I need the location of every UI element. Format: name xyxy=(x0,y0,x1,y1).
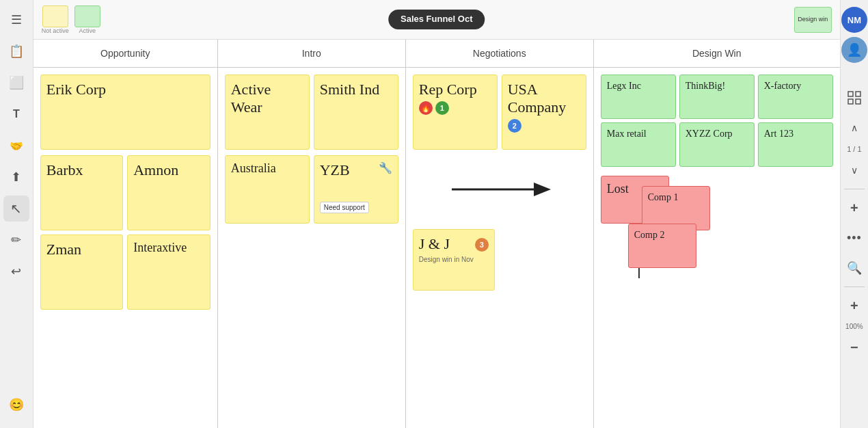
neg-top-row: Rep Corp 🔥 1 USA Company 2 xyxy=(413,75,586,150)
sticky-text-x-factory: X-factory xyxy=(764,81,827,92)
legend-active-label: Active xyxy=(79,27,96,34)
sticky-text-smith-ind: Smith Ind xyxy=(320,81,392,98)
sticky-text-zman: Zman xyxy=(46,241,118,258)
sticky-interaxtive[interactable]: Interaxtive xyxy=(127,235,211,310)
badge-blue-2: 2 xyxy=(508,119,521,133)
arrow-svg xyxy=(445,169,554,210)
lost-section: Lost Comp 1 Comp 2 xyxy=(601,176,833,278)
sticky-amnon[interactable]: Amnon xyxy=(127,155,211,230)
top-bar: Not active Active Sales Funnel Oct Desig… xyxy=(33,0,840,40)
badge-green-1: 1 xyxy=(435,101,449,115)
zoom-in-button[interactable]: + xyxy=(841,293,867,319)
avatar-nm[interactable]: NM xyxy=(841,7,867,33)
sticky-text-barbx: Barbx xyxy=(46,161,118,179)
intro-top-row: Active Wear Smith Ind xyxy=(225,75,398,150)
text-icon[interactable]: T xyxy=(3,101,29,127)
notes-icon[interactable]: 📋 xyxy=(3,38,29,64)
sticky-erik-corp[interactable]: Erik Corp xyxy=(40,75,211,150)
arrow-area xyxy=(413,155,586,224)
sticky-yzb[interactable]: YZB 🔧 Need support xyxy=(314,155,398,224)
sticky-text-interaxtive: Interaxtive xyxy=(133,241,204,256)
legend-active: Active xyxy=(74,5,100,34)
sticky-text-legx-inc: Legx Inc xyxy=(607,81,670,92)
sticky-text-active-wear: Active Wear xyxy=(231,81,303,116)
svg-rect-3 xyxy=(856,92,860,96)
col-header-negotiations: Negotiations xyxy=(406,40,594,67)
sticky-legx-inc[interactable]: Legx Inc xyxy=(601,75,676,119)
avatar-user[interactable]: 👤 xyxy=(841,37,867,63)
grid-view-icon[interactable] xyxy=(841,85,867,111)
connect-icon[interactable]: 🤝 xyxy=(3,133,29,159)
sticky-text-erik-corp: Erik Corp xyxy=(46,81,204,98)
sticky-text-art-123: Art 123 xyxy=(764,129,827,139)
board: Opportunity Intro Negotiations Design Wi… xyxy=(33,40,840,428)
column-design-win: Legx Inc ThinkBig! X-factory Max retail xyxy=(594,68,840,428)
emoji-icon[interactable]: 😊 xyxy=(3,392,29,418)
usa-company-badges: 2 xyxy=(508,119,580,133)
sticky-text-comp2: Comp 2 xyxy=(634,230,690,241)
board-content: Erik Corp Barbx Amnon Zman xyxy=(33,68,840,428)
sticky-smith-ind[interactable]: Smith Ind xyxy=(314,75,398,150)
legend-not-active: Not active xyxy=(42,5,69,34)
undo-icon[interactable]: ↩ xyxy=(3,258,29,284)
sticky-usa-company[interactable]: USA Company 2 xyxy=(502,75,586,150)
opp-grid: Barbx Amnon Zman Interaxtive xyxy=(40,155,211,310)
sticky-text-max-retail: Max retail xyxy=(607,129,670,139)
need-support-label: Need support xyxy=(320,202,369,213)
svg-rect-5 xyxy=(856,99,860,104)
sticky-jj[interactable]: J & J 3 Design win in Nov xyxy=(413,229,495,291)
legend-not-active-box xyxy=(42,5,68,27)
sticky-text-xyzz-corp: XYZZ Corp xyxy=(686,129,748,139)
sticky-x-factory[interactable]: X-factory xyxy=(758,75,833,119)
sticky-barbx[interactable]: Barbx xyxy=(40,155,124,230)
sticky-australia[interactable]: Australia xyxy=(225,155,310,224)
board-columns: Opportunity Intro Negotiations Design Wi… xyxy=(33,40,840,428)
svg-marker-1 xyxy=(534,183,551,196)
legend-active-box xyxy=(74,5,100,27)
sticky-max-retail[interactable]: Max retail xyxy=(601,122,676,167)
left-toolbar: ☰ 📋 ⬜ T 🤝 ⬆ ↖ ✏ ↩ 😊 xyxy=(0,0,33,428)
badge-orange-3: 3 xyxy=(475,238,489,252)
sticky-rep-corp[interactable]: Rep Corp 🔥 1 xyxy=(413,75,498,150)
select-icon[interactable]: ↖ xyxy=(3,196,29,222)
frames-icon[interactable]: ⬜ xyxy=(3,70,29,96)
svg-rect-4 xyxy=(848,99,853,104)
grid-svg xyxy=(847,91,861,105)
sidebar-divider-1 xyxy=(844,189,865,189)
upload-icon[interactable]: ⬆ xyxy=(3,164,29,190)
sticky-zman[interactable]: Zman xyxy=(40,235,124,310)
page-up-icon[interactable]: ∧ xyxy=(841,115,867,141)
col-header-design-win: Design Win xyxy=(594,40,840,67)
design-win-in-nov: Design win in Nov xyxy=(419,256,489,263)
column-headers: Opportunity Intro Negotiations Design Wi… xyxy=(33,40,840,68)
sticky-text-usa-company: USA Company xyxy=(508,81,580,116)
zoom-in-icon[interactable]: + xyxy=(841,195,867,221)
column-opportunity: Erik Corp Barbx Amnon Zman xyxy=(33,68,218,428)
top-bar-right: Design win xyxy=(794,7,832,33)
board-title: Sales Funnel Oct xyxy=(388,10,485,29)
sticky-thinkbig[interactable]: ThinkBig! xyxy=(679,75,755,119)
sticky-xyzz-corp[interactable]: XYZZ Corp xyxy=(679,122,755,167)
sticky-active-wear[interactable]: Active Wear xyxy=(225,75,310,150)
page-down-icon[interactable]: ∨ xyxy=(841,157,867,183)
intro-bottom-row: Australia YZB 🔧 Need support xyxy=(225,155,398,224)
hamburger-menu[interactable]: ☰ xyxy=(3,7,29,33)
right-sidebar: NM 👤 ∧ 1 / 1 ∨ + ••• 🔍 + 100% − xyxy=(840,0,868,428)
rep-corp-badges: 🔥 1 xyxy=(419,101,491,115)
sticky-text-jj: J & J xyxy=(419,235,450,253)
sticky-text-rep-corp: Rep Corp xyxy=(419,81,491,98)
zoom-out-icon[interactable]: − xyxy=(841,334,867,360)
main-area: Not active Active Sales Funnel Oct Desig… xyxy=(33,0,840,428)
draw-icon[interactable]: ✏ xyxy=(3,227,29,253)
legend-not-active-label: Not active xyxy=(42,27,69,34)
column-intro: Active Wear Smith Ind Australia YZB 🔧 xyxy=(218,68,406,428)
page-indicator: 1 / 1 xyxy=(847,145,861,153)
sticky-comp2[interactable]: Comp 2 xyxy=(628,224,696,268)
svg-rect-2 xyxy=(848,92,853,96)
sticky-text-comp1: Comp 1 xyxy=(648,192,704,203)
sticky-text-australia: Australia xyxy=(231,161,303,176)
more-options-icon[interactable]: ••• xyxy=(841,225,867,251)
search-icon[interactable]: 🔍 xyxy=(841,255,867,281)
sticky-art-123[interactable]: Art 123 xyxy=(758,122,833,167)
zoom-level: 100% xyxy=(845,323,863,330)
